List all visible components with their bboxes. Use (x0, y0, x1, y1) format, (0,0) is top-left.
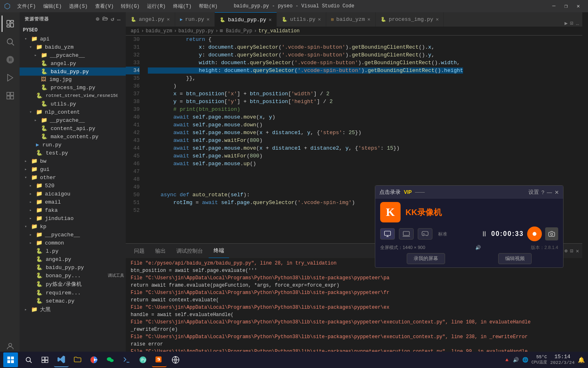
kk-close-button[interactable]: ✕ (555, 189, 559, 195)
new-folder-button[interactable]: 🗁 (102, 16, 108, 22)
tab-angel[interactable]: 🐍angel.py ✕ (126, 12, 175, 27)
kk-monitor-btn[interactable] (380, 228, 395, 240)
menu-select[interactable]: 选择(S) (66, 2, 91, 11)
taskbar-vscode[interactable] (54, 352, 69, 367)
activity-explorer[interactable] (2, 16, 18, 32)
panel-add-button[interactable]: ⊕ (565, 248, 568, 254)
kk-record-button[interactable] (527, 227, 542, 241)
tree-item-pycache3[interactable]: ▸📁__pycache__ (20, 231, 126, 239)
maximize-button[interactable]: ❐ (560, 2, 572, 10)
breadcrumb-baidu-yzm[interactable]: baidu_yzm (146, 28, 172, 34)
taskbar-file-explorer[interactable] (70, 352, 85, 367)
panel-split-button[interactable]: ⊡ (570, 248, 573, 254)
panel-content[interactable]: File "e:/pyseo/api/baidu_yzm/baidu_pyp.p… (126, 258, 582, 358)
panel-tab-output[interactable]: 输出 (150, 244, 171, 258)
tree-item-utils[interactable]: 🐍utils.py (20, 100, 126, 108)
menu-help[interactable]: 帮助(H) (196, 2, 221, 11)
kk-settings-button[interactable]: 设置 (528, 188, 539, 196)
activity-extensions[interactable] (2, 88, 18, 104)
refresh-button[interactable]: ↺ (111, 16, 114, 22)
tree-item-aicaigou[interactable]: ▸📁aicaigou (20, 190, 126, 198)
tree-item-api[interactable]: ▾📁api (20, 35, 126, 43)
tab-close-utils[interactable]: ✕ (318, 16, 321, 22)
tree-item-bw[interactable]: ▸📁bw (20, 157, 126, 165)
tree-item-pycache2[interactable]: ▸📁__pycache__ (20, 116, 126, 124)
taskbar-notification[interactable]: 🔔 (578, 357, 585, 364)
tree-item-pycache[interactable]: ▸📁__pycache__ (20, 51, 126, 59)
tab-run[interactable]: ▶run.py ✕ (175, 12, 215, 27)
menu-terminal[interactable]: 终端(T) (170, 2, 195, 11)
tree-item-baidu-pyp2[interactable]: 🐍baidu_pyp.py (20, 263, 126, 272)
tab-process-img[interactable]: 🐍process_img.py ✕ (376, 12, 444, 27)
tree-item-content-api[interactable]: 🐍content_api.py (20, 124, 126, 132)
taskbar-view[interactable] (38, 352, 52, 367)
tree-item-jindutiao[interactable]: ▸📁jindutiao (20, 214, 126, 222)
tree-item-make-content[interactable]: 🐍make_content.py (20, 132, 126, 141)
tree-item-rotnet[interactable]: 🐍rotnet_street_view_resne150_keras... (20, 92, 118, 100)
menu-bar[interactable]: 文件(F) 编辑(E) 选择(S) 查看(V) 转到(G) 运行(R) 终端(T… (14, 2, 221, 11)
menu-view[interactable]: 查看(V) (92, 2, 117, 11)
taskbar-sys-icons[interactable]: 🔺 🔊 🌐 (504, 357, 528, 363)
tree-item-img[interactable]: 🖼img.jpg (20, 76, 126, 83)
tab-baidu-yzm[interactable]: ⊞baidu_yzm ✕ (326, 12, 376, 27)
taskbar-browser2[interactable] (168, 352, 183, 367)
tree-item-requirem[interactable]: 🐍requirem... (20, 289, 126, 297)
taskbar-terminal[interactable] (119, 352, 134, 367)
tree-item-other[interactable]: ▾📁other (20, 173, 126, 182)
minimize-button[interactable]: — (548, 2, 560, 10)
more-button[interactable]: … (576, 20, 579, 27)
kk-title-right[interactable]: 设置 ? — ✕ (528, 188, 559, 196)
breadcrumb-file[interactable]: baidu_pyp.py (178, 28, 214, 34)
tree-item-common[interactable]: ▸📁common (20, 239, 126, 247)
activity-git[interactable] (2, 52, 18, 68)
run-button[interactable]: ▶ (565, 20, 568, 27)
tree-item-pylianji[interactable]: 🐍py炼金/录像机 (20, 280, 126, 289)
menu-goto[interactable]: 转到(G) (118, 2, 143, 11)
tab-utils[interactable]: 🐍utils.py ✕ (277, 12, 326, 27)
activity-search[interactable] (2, 34, 18, 50)
tree-item-baidu-pyp[interactable]: 🐍baidu_pyp.py (20, 67, 126, 76)
menu-edit[interactable]: 编辑(E) (40, 2, 65, 11)
tree-item-angel-py[interactable]: 🐍angel.py (20, 59, 126, 67)
breadcrumb-method[interactable]: try_validation (258, 28, 300, 34)
kk-help-button[interactable]: ? (541, 189, 544, 195)
tree-item-bonao[interactable]: 🐍bonao_py... 调试工具 (20, 272, 126, 280)
kk-my-screen-button[interactable]: 录我的屏幕 (407, 253, 445, 264)
tree-item-nlp[interactable]: ▾📁nlp_content (20, 108, 126, 116)
tree-item-process-img[interactable]: 🐍process_img.py (20, 83, 126, 92)
collapse-button[interactable]: … (117, 16, 121, 22)
kk-screenshot-button[interactable] (545, 227, 558, 240)
kk-pause-button[interactable]: ⏸ (481, 230, 488, 238)
panel-close-button[interactable]: ✕ (576, 248, 579, 254)
tree-item-run[interactable]: ▶run.py (20, 141, 126, 149)
kk-edit-video-button[interactable]: 编辑视频 (498, 253, 532, 264)
activity-debug[interactable] (2, 70, 18, 86)
panel-tab-terminal[interactable]: 终端 (209, 244, 229, 258)
split-button[interactable]: ⊡ (570, 20, 573, 27)
panel-tab-debug[interactable]: 调试控制台 (172, 244, 208, 258)
tab-close-run[interactable]: ✕ (207, 16, 209, 22)
kk-gamepad-btn[interactable] (418, 228, 432, 240)
tree-item-faka[interactable]: ▸📁faka (20, 206, 126, 214)
tree-item-gui[interactable]: ▸📁gui (20, 165, 126, 173)
tab-close-baidu-pyp[interactable]: ✕ (269, 17, 272, 23)
tab-close-angel[interactable]: ✕ (167, 16, 169, 22)
tree-item-l-py[interactable]: 🐍l.py (20, 247, 126, 255)
breadcrumb-class[interactable]: ⊞ Baidu_Pyp (220, 28, 252, 34)
tab-baidu-pyp[interactable]: 🐍baidu_pyp.py ✕ (215, 12, 277, 27)
taskbar-wechat[interactable] (103, 352, 118, 367)
taskbar-python[interactable]: Py (136, 352, 150, 367)
window-controls[interactable]: — ❐ ✕ (548, 2, 584, 10)
tab-close-yzm[interactable]: ✕ (368, 16, 370, 22)
menu-file[interactable]: 文件(F) (14, 2, 39, 11)
start-button[interactable] (3, 352, 18, 367)
tree-item-angel2[interactable]: 🐍angel.py (20, 255, 126, 263)
taskbar-search[interactable] (21, 352, 36, 367)
new-file-button[interactable]: ⊕ (96, 16, 100, 22)
taskbar-chrome[interactable] (87, 352, 101, 367)
taskbar-kk-recorder[interactable]: K (152, 352, 167, 367)
close-button[interactable]: ✕ (572, 2, 584, 10)
tree-item-test[interactable]: 🐍test.py (20, 149, 126, 157)
tree-item-520[interactable]: ▸📁520 (20, 182, 126, 190)
tree-item-kp[interactable]: ▾📁kp (20, 222, 126, 231)
